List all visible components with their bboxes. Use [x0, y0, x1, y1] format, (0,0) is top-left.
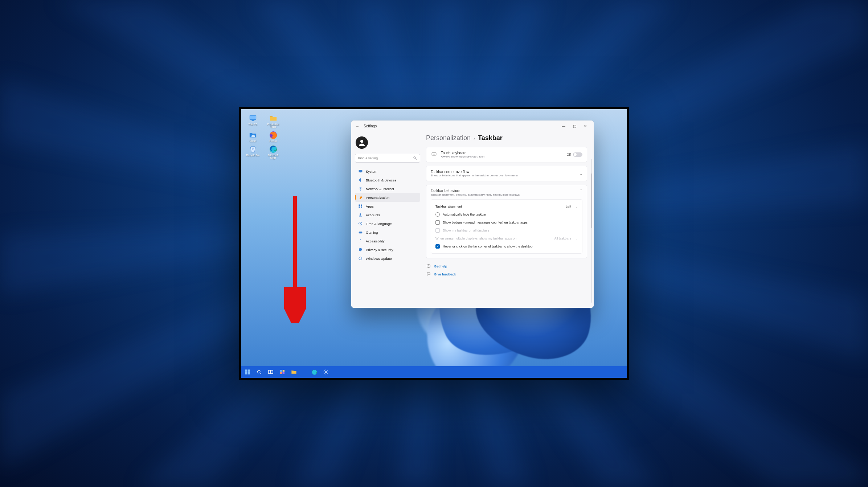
svg-rect-16: [359, 206, 360, 208]
settings-taskbar-icon[interactable]: [323, 369, 329, 375]
svg-rect-15: [361, 205, 362, 206]
svg-rect-33: [248, 372, 250, 375]
desktop-icon-label: Productive Tools: [266, 123, 281, 128]
card-corner-overflow[interactable]: Taskbar corner overflow Show or hide ico…: [426, 166, 587, 181]
desktop-icon-recycle-bin[interactable]: Recycle Bin: [246, 145, 260, 159]
breadcrumb: Personalization › Taskbar: [426, 134, 587, 142]
svg-rect-36: [269, 370, 270, 373]
nav-privacy[interactable]: Privacy & security: [355, 245, 420, 254]
nav-network[interactable]: Network & internet: [355, 184, 420, 193]
nav-gaming[interactable]: Gaming: [355, 228, 420, 237]
checkbox-unchecked[interactable]: [435, 220, 440, 225]
toggle-switch[interactable]: [573, 152, 582, 157]
nav-time-language[interactable]: Time & language: [355, 219, 420, 228]
nav-windows-update[interactable]: Windows Update: [355, 254, 420, 263]
window-minimize[interactable]: —: [558, 120, 569, 131]
settings-content: Personalization › Taskbar Touch keyboard…: [424, 131, 594, 308]
nav-bluetooth[interactable]: Bluetooth & devices: [355, 176, 420, 184]
svg-point-18: [360, 213, 361, 215]
svg-point-9: [414, 156, 416, 159]
nav-personalization[interactable]: Personalization: [355, 193, 420, 202]
user-avatar[interactable]: [356, 136, 368, 149]
svg-rect-30: [245, 369, 247, 372]
monitor-icon: [247, 114, 258, 122]
link-get-help[interactable]: Get help: [426, 263, 587, 269]
desktop-icon-edge[interactable]: Microsoft Edge: [266, 145, 281, 159]
cloud-folder-icon: [247, 131, 258, 139]
svg-rect-22: [432, 153, 436, 156]
row-show-all-displays: Show my taskbar on all displays: [435, 226, 578, 234]
folder-icon: [268, 114, 279, 122]
chevron-down-icon: ⌄: [575, 205, 578, 208]
feedback-icon: [426, 271, 431, 277]
checkbox-checked[interactable]: [435, 244, 440, 249]
desktop-icon-label: Cloud: [250, 140, 256, 142]
multi-dropdown-disabled: All taskbars ⌄: [554, 237, 578, 240]
breadcrumb-parent[interactable]: Personalization: [426, 134, 471, 142]
titlebar[interactable]: ← Settings — ▢ ✕: [351, 120, 594, 131]
annotation-arrow: [284, 193, 306, 323]
svg-rect-14: [359, 205, 360, 206]
card-touch-keyboard[interactable]: Touch keyboard Always show touch keyboar…: [426, 147, 587, 162]
update-icon: [358, 256, 363, 261]
desktop-icon-cloud[interactable]: Cloud: [246, 131, 260, 142]
touch-keyboard-toggle[interactable]: Off: [567, 152, 582, 157]
checkbox-disabled: [435, 228, 440, 233]
nav-apps[interactable]: Apps: [355, 202, 420, 210]
svg-point-8: [360, 140, 363, 143]
svg-line-35: [260, 373, 261, 374]
settings-nav: System Bluetooth & devices Network & int…: [355, 167, 420, 263]
taskbar-search-icon[interactable]: [256, 369, 262, 375]
alignment-dropdown[interactable]: Left ⌄: [566, 205, 578, 208]
widgets-icon[interactable]: [279, 369, 286, 375]
svg-rect-5: [251, 147, 255, 147]
desktop-icon-firefox[interactable]: Firefox: [266, 131, 281, 142]
task-view-icon[interactable]: [267, 369, 274, 375]
chevron-right-icon: ›: [474, 136, 475, 141]
file-explorer-icon[interactable]: [291, 369, 297, 375]
svg-rect-32: [245, 372, 247, 375]
content-scrollbar[interactable]: [591, 159, 592, 303]
window-title: Settings: [364, 124, 377, 128]
edge-taskbar-icon[interactable]: [311, 369, 318, 375]
keyboard-icon: [431, 152, 437, 157]
desktop-icon-folder[interactable]: Productive Tools: [266, 114, 281, 128]
row-badges[interactable]: Show badges (unread messages counter) on…: [435, 218, 578, 226]
nav-system[interactable]: System: [355, 167, 420, 176]
svg-rect-38: [280, 370, 282, 372]
radio-unchecked[interactable]: [435, 212, 440, 217]
firefox-icon: [268, 131, 279, 139]
svg-rect-37: [271, 370, 273, 373]
taskbar[interactable]: [241, 366, 627, 378]
row-multi-displays: When using multiple displays, show my ta…: [435, 234, 578, 242]
link-give-feedback[interactable]: Give feedback: [426, 271, 587, 277]
settings-search-input[interactable]: [358, 156, 411, 160]
svg-point-13: [360, 189, 361, 190]
card-taskbar-behaviors: Taskbar behaviors Taskbar alignment, bad…: [426, 185, 587, 258]
window-close[interactable]: ✕: [580, 120, 591, 131]
settings-sidebar: System Bluetooth & devices Network & int…: [351, 131, 424, 308]
svg-rect-12: [360, 172, 361, 173]
svg-rect-41: [283, 372, 284, 374]
svg-point-34: [257, 370, 260, 373]
nav-accessibility[interactable]: Accessibility: [355, 237, 420, 245]
settings-window: ← Settings — ▢ ✕: [351, 120, 594, 308]
row-auto-hide[interactable]: Automatically hide the taskbar: [435, 210, 578, 218]
window-maximize[interactable]: ▢: [569, 120, 580, 131]
row-hover-corner[interactable]: Hover or click on the far corner of task…: [435, 242, 578, 250]
nav-accounts[interactable]: Accounts: [355, 210, 420, 219]
svg-point-29: [429, 267, 429, 267]
start-button[interactable]: [244, 369, 251, 375]
svg-point-43: [325, 371, 327, 373]
accessibility-icon: [358, 238, 363, 244]
desktop-icon-label: This PC: [249, 123, 258, 126]
svg-rect-2: [252, 120, 254, 121]
back-button[interactable]: ←: [354, 124, 361, 128]
desktop-icon-this-pc[interactable]: This PC: [246, 114, 260, 128]
chevron-up-icon[interactable]: ⌃: [580, 189, 582, 193]
gamepad-icon: [358, 230, 363, 235]
search-icon: [413, 156, 417, 161]
settings-search[interactable]: [355, 154, 420, 163]
svg-rect-17: [361, 206, 362, 208]
system-icon: [358, 169, 363, 174]
